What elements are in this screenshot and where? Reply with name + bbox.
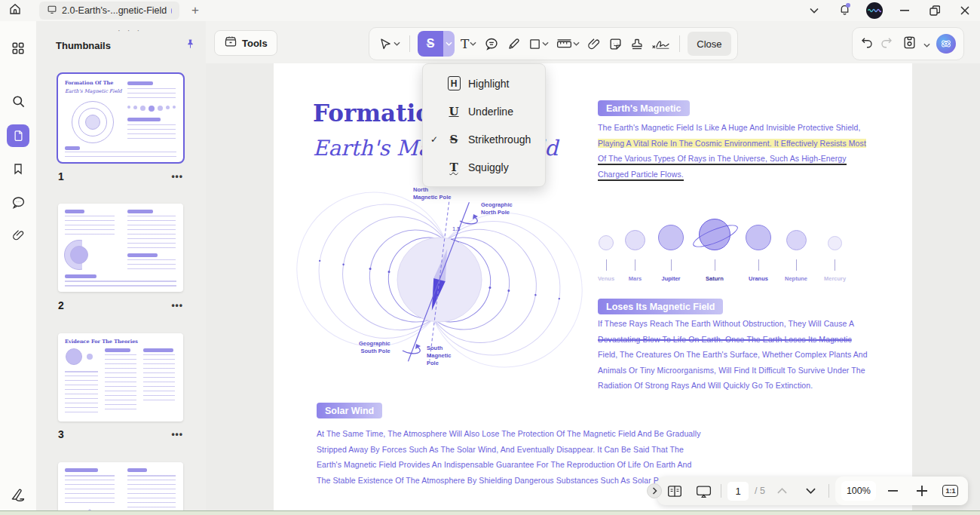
presentation-button[interactable]: [692, 480, 715, 502]
select-tool[interactable]: [375, 32, 403, 56]
titlebar: 2.0-Earth's-...gnetic-Field +: [0, 0, 980, 21]
next-page-button[interactable]: [800, 480, 822, 502]
menu-item-squiggly[interactable]: T Squiggly: [423, 153, 545, 181]
planet-uranus: [746, 225, 771, 250]
section2-badge: Loses Its Magnetic Field: [598, 299, 723, 314]
menu-item-label: Squiggly: [468, 161, 509, 173]
strikethrough-tool-active[interactable]: S: [418, 31, 455, 57]
page-number-input[interactable]: 1: [727, 482, 749, 501]
thumb2-number: 2: [58, 299, 64, 311]
close-window-button[interactable]: [950, 0, 980, 21]
planet-jupiter: [658, 225, 684, 250]
pin-icon[interactable]: [185, 38, 196, 53]
panel-drag-handle[interactable]: · · ·: [118, 26, 142, 35]
text-line[interactable]: At The Same Time, The Atmosphere Will Al…: [317, 429, 701, 438]
page-flip-button[interactable]: [0, 480, 36, 513]
shape-tool[interactable]: [525, 32, 552, 56]
close-toolbar-button[interactable]: Close: [688, 32, 730, 56]
thumb1-title1: Formation Of The: [65, 80, 122, 86]
avatar[interactable]: [866, 2, 883, 19]
previous-page-button[interactable]: [771, 480, 794, 502]
search-icon: [11, 94, 26, 112]
menu-item-strikethrough[interactable]: ✓ S Strikethrough: [423, 125, 545, 153]
text-line[interactable]: Field, The Creatures On The Earth's Surf…: [598, 350, 868, 359]
thumbnails-tab-button[interactable]: [0, 119, 36, 152]
panel-title: Thumbnails: [56, 40, 111, 51]
actual-size-button[interactable]: 1:1: [939, 480, 962, 502]
thumbnail-page-3[interactable]: Evidence For The Theories: [58, 333, 183, 422]
thumb2-more-icon[interactable]: •••: [171, 300, 183, 311]
document-tab[interactable]: 2.0-Earth's-...gnetic-Field: [39, 2, 179, 20]
stamp-tool[interactable]: [627, 32, 647, 56]
label-geographic-south-pole: Geographic South Pole: [359, 340, 390, 355]
menu-item-highlight[interactable]: H Highlight: [423, 69, 545, 97]
signature-tool[interactable]: [648, 32, 673, 56]
measure-tool[interactable]: [553, 32, 583, 56]
zoom-in-button[interactable]: [911, 480, 933, 502]
minimize-button[interactable]: [890, 0, 920, 21]
pen-tool[interactable]: [504, 32, 524, 56]
search-button[interactable]: [0, 86, 36, 119]
save-button[interactable]: [902, 35, 917, 53]
one-to-one-icon: 1:1: [942, 485, 958, 497]
ai-assistant-button[interactable]: [936, 34, 956, 54]
thumbnail-page-4[interactable]: [58, 462, 183, 515]
check-icon: ✓: [430, 134, 444, 145]
ruler-icon: [556, 38, 572, 51]
sticker-tool[interactable]: [605, 32, 626, 56]
text-line[interactable]: If These Rays Reach The Earth Without Ob…: [598, 319, 854, 328]
notification-dot: [846, 3, 850, 8]
underlined-text-line[interactable]: Of The Various Types Of Rays in The Univ…: [598, 154, 847, 165]
document-viewport[interactable]: Formation Of The Earth's Magnetic Field: [206, 63, 980, 510]
comment-tool[interactable]: [481, 32, 502, 56]
menu-item-label: Underline: [468, 106, 513, 118]
thumb1-more-icon[interactable]: •••: [171, 171, 183, 182]
chevron-down-icon[interactable]: [394, 41, 400, 46]
text-line[interactable]: Stripped Away By Forces Such As The Sola…: [317, 445, 684, 454]
thumb3-more-icon[interactable]: •••: [171, 429, 183, 440]
redo-button[interactable]: [880, 36, 893, 51]
annotation-toolbar: S T: [369, 27, 738, 60]
notifications-button[interactable]: [829, 0, 859, 21]
zoom-level-input[interactable]: 100%: [841, 481, 876, 501]
home-icon: [8, 2, 22, 19]
text-line[interactable]: Radiation Of Strong Rays And Will Quickl…: [598, 381, 813, 390]
attach-tool[interactable]: [584, 32, 604, 56]
square-icon: [528, 38, 541, 51]
dropdown-chevron-button[interactable]: [799, 0, 829, 21]
comment-bubble-icon: [484, 37, 499, 51]
text-line[interactable]: Animals Or Tiny Microorganisms, Will Fin…: [598, 366, 865, 375]
home-button[interactable]: [0, 0, 30, 21]
two-page-view-button[interactable]: [663, 480, 686, 502]
restore-button[interactable]: [920, 0, 950, 21]
attachments-button[interactable]: [0, 220, 36, 253]
collapse-bar-button[interactable]: [647, 483, 662, 498]
text-tool[interactable]: T: [458, 32, 479, 56]
strikethrough-chevron[interactable]: [443, 31, 455, 57]
bookmarks-button[interactable]: [0, 154, 36, 187]
planet-mars: [625, 230, 645, 250]
highlighted-text-line[interactable]: Playing A Vital Role In The Cosmic Envir…: [598, 139, 866, 148]
text-line[interactable]: The Earth's Magnetic Field Is Like A Hug…: [598, 123, 861, 132]
tools-button[interactable]: Tools: [214, 30, 277, 56]
zoom-out-button[interactable]: [882, 480, 905, 502]
sticker-icon: [608, 37, 623, 51]
strikethrough-icon: S: [444, 133, 464, 146]
comments-button[interactable]: [0, 187, 36, 220]
saturn-ring: [691, 221, 740, 252]
strikethrough-icon[interactable]: S: [418, 31, 443, 57]
comment-icon: [11, 196, 26, 212]
new-tab-button[interactable]: +: [187, 2, 204, 19]
menu-item-underline[interactable]: U Underline: [423, 97, 545, 125]
thumbnail-page-2[interactable]: [58, 204, 183, 292]
app-grid-button[interactable]: [0, 32, 36, 65]
text-line[interactable]: The Stable Existence Of The Atmosphere B…: [317, 476, 681, 485]
underlined-text-line[interactable]: Charged Particle Flows.: [598, 170, 684, 181]
thumbnail-page-1[interactable]: Formation Of The Earth's Magnetic Field: [58, 74, 183, 162]
strikethrough-text-line[interactable]: Devastating Blow To Life On Earth. Once …: [598, 335, 852, 344]
text-line[interactable]: Earth's Magnetic Field Provides An Indis…: [317, 460, 691, 469]
left-icon-rail: [0, 21, 36, 510]
save-chevron[interactable]: [923, 37, 930, 51]
pdf-page[interactable]: Formation Of The Earth's Magnetic Field: [274, 63, 912, 510]
undo-button[interactable]: [860, 36, 874, 51]
